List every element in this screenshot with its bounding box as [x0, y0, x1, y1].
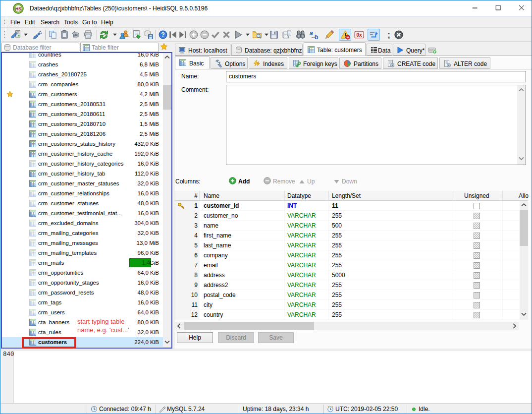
svg-text:HS: HS: [15, 6, 22, 11]
svg-text:0x: 0x: [356, 32, 362, 38]
svg-text:a: a: [310, 30, 313, 37]
svg-text:?: ?: [161, 31, 165, 38]
svg-text:;: ;: [387, 30, 390, 40]
